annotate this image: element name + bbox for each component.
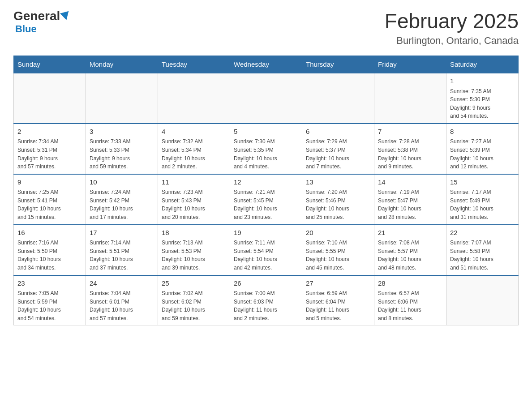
- calendar-day-cell: 22Sunrise: 7:07 AM Sunset: 5:58 PM Dayli…: [446, 225, 519, 275]
- day-info: Sunrise: 7:10 AM Sunset: 5:55 PM Dayligh…: [306, 239, 370, 272]
- calendar-day-cell: 26Sunrise: 7:00 AM Sunset: 6:03 PM Dayli…: [230, 275, 302, 325]
- day-info: Sunrise: 7:04 AM Sunset: 6:01 PM Dayligh…: [90, 289, 154, 322]
- day-number: 7: [378, 127, 442, 137]
- weekday-header-row: SundayMondayTuesdayWednesdayThursdayFrid…: [14, 56, 519, 73]
- calendar-day-cell: [446, 275, 519, 325]
- day-info: Sunrise: 6:57 AM Sunset: 6:06 PM Dayligh…: [378, 289, 442, 322]
- day-info: Sunrise: 7:24 AM Sunset: 5:42 PM Dayligh…: [90, 188, 154, 221]
- calendar-day-cell: 24Sunrise: 7:04 AM Sunset: 6:01 PM Dayli…: [86, 275, 158, 325]
- calendar-day-cell: [302, 73, 374, 124]
- day-number: 20: [306, 228, 370, 238]
- calendar-day-cell: [14, 73, 86, 124]
- calendar-day-cell: 15Sunrise: 7:17 AM Sunset: 5:49 PM Dayli…: [446, 174, 519, 225]
- day-info: Sunrise: 7:05 AM Sunset: 5:59 PM Dayligh…: [17, 289, 82, 322]
- weekday-header-saturday: Saturday: [446, 56, 519, 73]
- calendar-day-cell: [230, 73, 302, 124]
- day-info: Sunrise: 7:17 AM Sunset: 5:49 PM Dayligh…: [450, 188, 515, 221]
- day-number: 19: [234, 228, 298, 238]
- day-number: 8: [450, 127, 515, 137]
- calendar-day-cell: 11Sunrise: 7:23 AM Sunset: 5:43 PM Dayli…: [158, 174, 230, 225]
- calendar-day-cell: 25Sunrise: 7:02 AM Sunset: 6:02 PM Dayli…: [158, 275, 230, 325]
- day-info: Sunrise: 7:13 AM Sunset: 5:53 PM Dayligh…: [162, 239, 226, 272]
- day-number: 13: [306, 177, 370, 188]
- day-number: 25: [162, 278, 226, 289]
- day-info: Sunrise: 7:32 AM Sunset: 5:34 PM Dayligh…: [162, 137, 226, 171]
- calendar-body: 1Sunrise: 7:35 AM Sunset: 5:30 PM Daylig…: [14, 73, 519, 325]
- logo: General: [13, 9, 71, 23]
- day-number: 18: [162, 228, 226, 238]
- calendar-day-cell: [374, 73, 446, 124]
- calendar-day-cell: 14Sunrise: 7:19 AM Sunset: 5:47 PM Dayli…: [374, 174, 446, 225]
- logo-general-text: General: [13, 9, 60, 23]
- day-info: Sunrise: 7:19 AM Sunset: 5:47 PM Dayligh…: [378, 188, 442, 221]
- calendar-day-cell: 2Sunrise: 7:34 AM Sunset: 5:31 PM Daylig…: [14, 124, 86, 174]
- calendar-day-cell: 18Sunrise: 7:13 AM Sunset: 5:53 PM Dayli…: [158, 225, 230, 275]
- day-info: Sunrise: 7:08 AM Sunset: 5:57 PM Dayligh…: [378, 239, 442, 272]
- calendar-day-cell: 23Sunrise: 7:05 AM Sunset: 5:59 PM Dayli…: [14, 275, 86, 325]
- day-info: Sunrise: 7:33 AM Sunset: 5:33 PM Dayligh…: [90, 137, 154, 171]
- calendar-day-cell: 5Sunrise: 7:30 AM Sunset: 5:35 PM Daylig…: [230, 124, 302, 174]
- day-number: 15: [450, 177, 515, 188]
- calendar-table: SundayMondayTuesdayWednesdayThursdayFrid…: [13, 56, 519, 325]
- calendar-day-cell: 12Sunrise: 7:21 AM Sunset: 5:45 PM Dayli…: [230, 174, 302, 225]
- day-number: 11: [162, 177, 226, 188]
- logo-triangle-icon: [60, 11, 71, 21]
- day-number: 6: [306, 127, 370, 137]
- calendar-day-cell: 17Sunrise: 7:14 AM Sunset: 5:51 PM Dayli…: [86, 225, 158, 275]
- calendar-day-cell: [86, 73, 158, 124]
- weekday-header-tuesday: Tuesday: [158, 56, 230, 73]
- calendar-week-row: 1Sunrise: 7:35 AM Sunset: 5:30 PM Daylig…: [14, 73, 519, 124]
- calendar-day-cell: 8Sunrise: 7:27 AM Sunset: 5:39 PM Daylig…: [446, 124, 519, 174]
- day-number: 14: [378, 177, 442, 188]
- day-info: Sunrise: 7:11 AM Sunset: 5:54 PM Dayligh…: [234, 239, 298, 272]
- calendar-day-cell: 21Sunrise: 7:08 AM Sunset: 5:57 PM Dayli…: [374, 225, 446, 275]
- calendar-day-cell: 16Sunrise: 7:16 AM Sunset: 5:50 PM Dayli…: [14, 225, 86, 275]
- day-number: 16: [17, 228, 82, 238]
- logo-area: General Blue: [13, 9, 71, 35]
- calendar-day-cell: 28Sunrise: 6:57 AM Sunset: 6:06 PM Dayli…: [374, 275, 446, 325]
- calendar-day-cell: 10Sunrise: 7:24 AM Sunset: 5:42 PM Dayli…: [86, 174, 158, 225]
- day-info: Sunrise: 7:30 AM Sunset: 5:35 PM Dayligh…: [234, 137, 298, 171]
- day-number: 26: [234, 278, 298, 289]
- calendar-week-row: 16Sunrise: 7:16 AM Sunset: 5:50 PM Dayli…: [14, 225, 519, 275]
- weekday-header-friday: Friday: [374, 56, 446, 73]
- day-number: 21: [378, 228, 442, 238]
- day-info: Sunrise: 7:28 AM Sunset: 5:38 PM Dayligh…: [378, 137, 442, 171]
- day-info: Sunrise: 7:21 AM Sunset: 5:45 PM Dayligh…: [234, 188, 298, 221]
- day-number: 2: [17, 127, 82, 137]
- day-info: Sunrise: 7:25 AM Sunset: 5:41 PM Dayligh…: [17, 188, 82, 221]
- day-info: Sunrise: 7:27 AM Sunset: 5:39 PM Dayligh…: [450, 137, 515, 171]
- calendar-day-cell: 27Sunrise: 6:59 AM Sunset: 6:04 PM Dayli…: [302, 275, 374, 325]
- calendar-day-cell: 1Sunrise: 7:35 AM Sunset: 5:30 PM Daylig…: [446, 73, 519, 124]
- calendar-week-row: 23Sunrise: 7:05 AM Sunset: 5:59 PM Dayli…: [14, 275, 519, 325]
- month-title: February 2025: [385, 9, 519, 33]
- day-number: 10: [90, 177, 154, 188]
- day-number: 1: [450, 76, 515, 86]
- calendar-day-cell: 4Sunrise: 7:32 AM Sunset: 5:34 PM Daylig…: [158, 124, 230, 174]
- day-info: Sunrise: 7:34 AM Sunset: 5:31 PM Dayligh…: [17, 137, 82, 171]
- day-number: 24: [90, 278, 154, 289]
- day-info: Sunrise: 7:00 AM Sunset: 6:03 PM Dayligh…: [234, 289, 298, 322]
- calendar-day-cell: [158, 73, 230, 124]
- calendar-day-cell: 7Sunrise: 7:28 AM Sunset: 5:38 PM Daylig…: [374, 124, 446, 174]
- calendar-header: SundayMondayTuesdayWednesdayThursdayFrid…: [14, 56, 519, 73]
- calendar-day-cell: 20Sunrise: 7:10 AM Sunset: 5:55 PM Dayli…: [302, 225, 374, 275]
- day-number: 9: [17, 177, 82, 188]
- day-number: 22: [450, 228, 515, 238]
- day-info: Sunrise: 7:07 AM Sunset: 5:58 PM Dayligh…: [450, 239, 515, 272]
- day-number: 12: [234, 177, 298, 188]
- calendar-day-cell: 6Sunrise: 7:29 AM Sunset: 5:37 PM Daylig…: [302, 124, 374, 174]
- calendar-week-row: 9Sunrise: 7:25 AM Sunset: 5:41 PM Daylig…: [14, 174, 519, 225]
- calendar-day-cell: 19Sunrise: 7:11 AM Sunset: 5:54 PM Dayli…: [230, 225, 302, 275]
- day-info: Sunrise: 7:20 AM Sunset: 5:46 PM Dayligh…: [306, 188, 370, 221]
- day-number: 17: [90, 228, 154, 238]
- calendar-day-cell: 13Sunrise: 7:20 AM Sunset: 5:46 PM Dayli…: [302, 174, 374, 225]
- day-info: Sunrise: 7:14 AM Sunset: 5:51 PM Dayligh…: [90, 239, 154, 272]
- page-header: General Blue February 2025 Burlington, O…: [13, 9, 519, 47]
- day-number: 27: [306, 278, 370, 289]
- calendar-week-row: 2Sunrise: 7:34 AM Sunset: 5:31 PM Daylig…: [14, 124, 519, 174]
- day-number: 4: [162, 127, 226, 137]
- weekday-header-thursday: Thursday: [302, 56, 374, 73]
- day-number: 23: [17, 278, 82, 289]
- day-number: 28: [378, 278, 442, 289]
